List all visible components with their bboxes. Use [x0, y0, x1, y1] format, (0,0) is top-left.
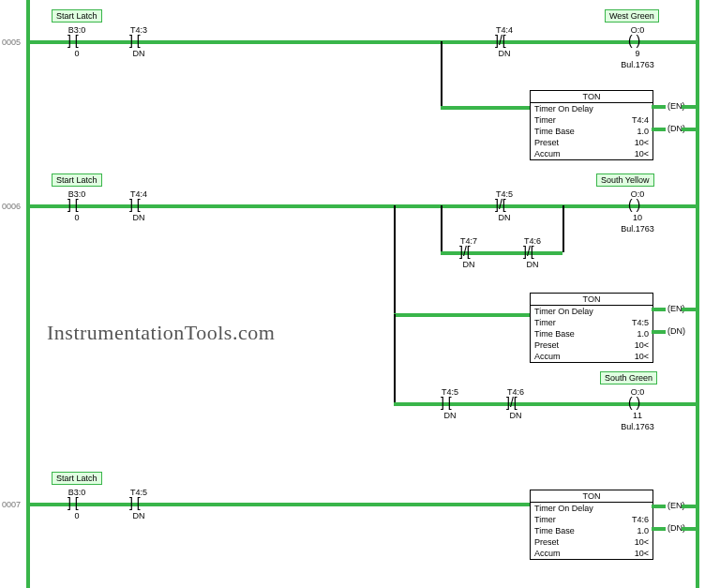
xic-contact: ] [: [68, 496, 79, 509]
ton-title: TON: [531, 490, 652, 503]
contact-bit: 0: [58, 213, 96, 222]
xic-contact: ] [: [129, 34, 141, 47]
ton-title: TON: [531, 294, 652, 306]
contact-bit: DN: [431, 411, 469, 420]
xio-contact: ]/[: [495, 198, 506, 211]
output-module: Bul.1763: [611, 224, 664, 234]
xic-contact: ] [: [129, 198, 141, 211]
start-latch-label: Start Latch: [52, 9, 102, 23]
rung-number: 0007: [2, 500, 21, 509]
ton-block: TON Timer On Delay TimerT4:4 Time Base1.…: [530, 90, 653, 160]
contact-bit: 0: [58, 49, 96, 58]
output-module: Bul.1763: [611, 60, 664, 69]
contact-bit: DN: [120, 213, 158, 222]
right-rail: [696, 0, 699, 588]
xic-contact: ] [: [68, 34, 79, 47]
output-bit: 9: [619, 49, 656, 58]
output-tag: South Green: [600, 371, 657, 384]
output-bit: 10: [619, 213, 656, 222]
xio-contact: ]/[: [495, 34, 506, 47]
xio-contact: ]/[: [523, 245, 534, 258]
output-coil: ( ): [628, 34, 640, 47]
output-tag: West Green: [605, 9, 659, 23]
start-latch-label: Start Latch: [52, 472, 102, 485]
ladder-diagram: InstrumentationTools.com 0005 Start Latc…: [0, 0, 720, 588]
ton-block: TON Timer On Delay TimerT4:6 Time Base1.…: [530, 490, 653, 560]
watermark: InstrumentationTools.com: [47, 321, 275, 345]
contact-bit: DN: [120, 49, 158, 58]
xio-contact: ]/[: [459, 245, 471, 258]
output-tag: South Yellow: [596, 173, 654, 187]
xic-contact: ] [: [129, 496, 141, 509]
contact-bit: DN: [486, 49, 523, 58]
output-coil: ( ): [628, 198, 640, 211]
contact-bit: DN: [514, 260, 551, 269]
contact-bit: DN: [450, 260, 488, 269]
dn-flag: (DN): [668, 326, 685, 336]
ton-title: TON: [531, 91, 652, 103]
rung-number: 0006: [2, 202, 21, 211]
output-module: Bul.1763: [611, 422, 664, 431]
ton-block: TON Timer On Delay TimerT4:5 Time Base1.…: [530, 293, 653, 363]
xic-contact: ] [: [68, 198, 79, 211]
xio-contact: ]/[: [506, 396, 518, 409]
xic-contact: ] [: [441, 396, 452, 409]
contact-bit: DN: [497, 411, 534, 420]
contact-bit: DN: [486, 213, 523, 222]
contact-bit: 0: [58, 511, 96, 520]
output-bit: 11: [619, 411, 656, 420]
contact-bit: DN: [120, 511, 158, 520]
rung-number: 0005: [2, 38, 21, 47]
start-latch-label: Start Latch: [52, 173, 102, 187]
output-coil: ( ): [628, 396, 640, 409]
left-rail: [26, 0, 30, 588]
